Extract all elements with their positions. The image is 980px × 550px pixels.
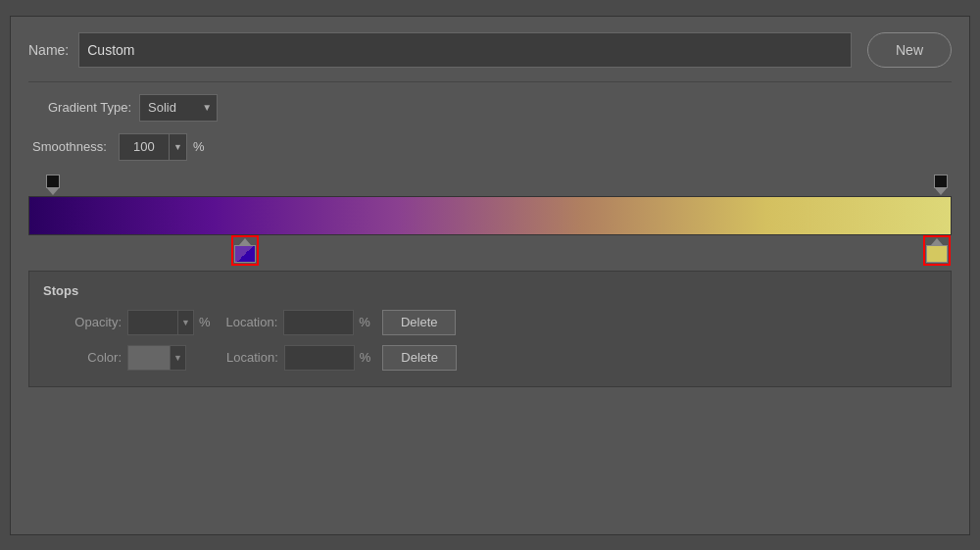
opacity-stop-right[interactable] xyxy=(934,175,948,195)
stops-title: Stops xyxy=(43,283,937,298)
opacity-stop-square-right xyxy=(934,175,948,188)
gradient-type-select-wrapper: Solid Noise ▼ xyxy=(139,94,218,122)
smoothness-row: Smoothness: ▼ % xyxy=(28,133,952,161)
location-pct-2: % xyxy=(360,350,371,365)
gradient-type-select[interactable]: Solid Noise xyxy=(139,94,218,122)
smoothness-stepper[interactable]: ▼ xyxy=(170,133,187,161)
opacity-stop-left[interactable] xyxy=(46,175,60,195)
color-picker-arrow[interactable]: ▼ xyxy=(171,345,186,371)
opacity-label: Opacity: xyxy=(43,315,122,329)
gradient-type-label: Gradient Type: xyxy=(48,100,131,115)
color-stop-right[interactable] xyxy=(926,238,948,263)
location-pct-1: % xyxy=(359,315,370,329)
color-stop-box-left xyxy=(234,245,256,263)
name-label: Name: xyxy=(28,42,69,58)
smoothness-pct-label: % xyxy=(193,139,205,154)
delete-button-2[interactable]: Delete xyxy=(382,345,457,371)
new-button[interactable]: New xyxy=(867,32,952,68)
opacity-stop-arrow-right xyxy=(935,188,947,195)
stops-section: Stops Opacity: ▼ % Location: % Delete Co… xyxy=(28,271,952,387)
smoothness-input[interactable] xyxy=(119,133,170,161)
color-stop-arrow-right xyxy=(931,238,943,245)
color-swatch[interactable] xyxy=(127,345,171,371)
smoothness-label: Smoothness: xyxy=(32,139,107,154)
color-stops-row xyxy=(28,235,952,263)
opacity-stop-arrow-left xyxy=(47,188,59,195)
opacity-stop-square-left xyxy=(46,175,60,188)
opacity-stepper[interactable]: ▼ xyxy=(178,310,194,335)
location-label-2: Location: xyxy=(226,350,278,365)
color-stop-box-right xyxy=(926,245,948,263)
gradient-type-row: Gradient Type: Solid Noise ▼ xyxy=(28,94,952,122)
name-row: Name: New xyxy=(28,32,952,68)
stops-grid: Opacity: ▼ % Location: % Delete Color: ▼… xyxy=(43,310,937,371)
name-input[interactable] xyxy=(78,32,852,68)
divider xyxy=(28,81,952,82)
delete-button-1[interactable]: Delete xyxy=(382,310,457,335)
opacity-row: Opacity: ▼ % Location: % Delete xyxy=(43,310,937,335)
location-label-1: Location: xyxy=(226,315,278,329)
color-label: Color: xyxy=(43,350,122,365)
opacity-value-input[interactable] xyxy=(127,310,178,335)
opacity-stops-row xyxy=(28,175,952,196)
opacity-pct: % xyxy=(199,315,211,329)
location-input-2[interactable] xyxy=(284,345,355,371)
gradient-area xyxy=(28,175,952,263)
location-input-1[interactable] xyxy=(283,310,354,335)
color-stop-arrow-left xyxy=(239,238,251,245)
color-stop-left[interactable] xyxy=(234,238,256,263)
smoothness-field-wrap: ▼ xyxy=(119,133,187,161)
gradient-editor-dialog: Name: New Gradient Type: Solid Noise ▼ S… xyxy=(10,16,970,535)
color-row: Color: ▼ Location: % Delete xyxy=(43,345,937,371)
gradient-bar[interactable] xyxy=(28,196,952,235)
